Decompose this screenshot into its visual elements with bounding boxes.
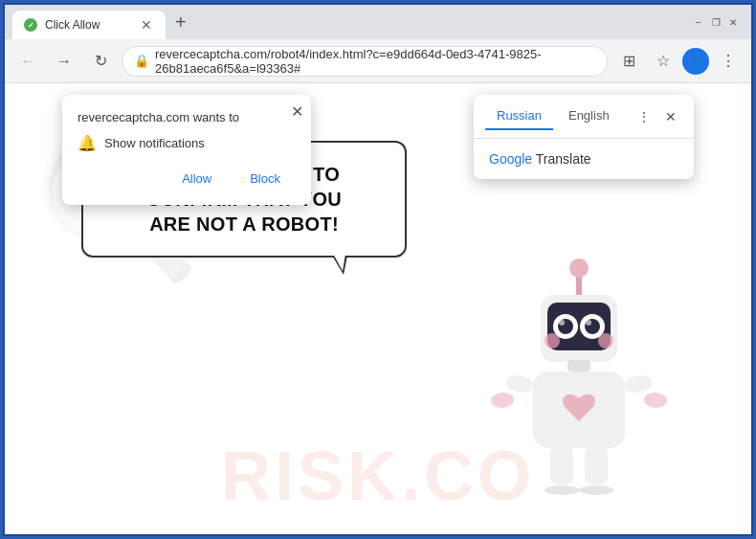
- tab-bar: ✓ Click Allow ✕ + − ❐ ✕: [5, 5, 751, 39]
- robot-svg: [483, 247, 675, 534]
- robot-illustration: [483, 247, 675, 515]
- window-controls: − ❐ ✕: [692, 15, 744, 29]
- svg-point-10: [545, 333, 560, 348]
- notification-row: 🔔 Show notifications: [78, 134, 296, 152]
- toolbar: ← → ↻ 🔒 revercecaptcha.com/robot4/index.…: [5, 39, 751, 83]
- svg-rect-19: [585, 446, 608, 484]
- svg-rect-18: [550, 446, 573, 484]
- star-icon: ☆: [656, 52, 670, 70]
- translate-service-text: Google Translate: [489, 151, 591, 167]
- address-bar[interactable]: 🔒 revercecaptcha.com/robot4/index.html?c…: [122, 46, 608, 77]
- browser-window: ✓ Click Allow ✕ + − ❐ ✕ ← → ↻ 🔒 revercec…: [3, 3, 753, 536]
- menu-icon: ⋮: [721, 52, 736, 70]
- svg-rect-12: [567, 360, 590, 371]
- bookmark-button[interactable]: ☆: [648, 46, 678, 77]
- bell-icon: 🔔: [78, 134, 97, 152]
- svg-point-20: [545, 485, 579, 495]
- minimize-button[interactable]: −: [692, 15, 705, 29]
- reload-icon: ↻: [95, 52, 107, 70]
- back-button[interactable]: ←: [12, 46, 43, 77]
- svg-point-8: [559, 320, 565, 326]
- translate-header: Russian English ⋮ ✕: [474, 95, 694, 139]
- svg-point-1: [569, 258, 589, 278]
- new-tab-button[interactable]: +: [169, 11, 192, 34]
- bubble-line2: ARE NOT A ROBOT!: [112, 212, 376, 236]
- svg-point-17: [643, 392, 667, 409]
- reload-button[interactable]: ↻: [85, 46, 116, 77]
- tab-russian[interactable]: Russian: [485, 102, 553, 130]
- translate-controls: ⋮ ✕: [633, 105, 682, 128]
- profile-icon: 👤: [688, 54, 704, 69]
- profile-button[interactable]: 👤: [682, 48, 709, 75]
- tab-english[interactable]: English: [557, 102, 621, 130]
- notification-title: revercecaptcha.com wants to: [78, 110, 296, 124]
- translate-close-button[interactable]: ✕: [659, 105, 682, 128]
- allow-button[interactable]: Allow: [167, 166, 227, 191]
- notification-close-button[interactable]: ✕: [291, 102, 303, 121]
- url-text: revercecaptcha.com/robot4/index.html?c=e…: [155, 47, 595, 76]
- close-button[interactable]: ✕: [726, 15, 740, 29]
- translate-popup: Russian English ⋮ ✕ Google Translate: [474, 95, 694, 179]
- forward-button[interactable]: →: [49, 46, 79, 77]
- translate-menu-button[interactable]: ⋮: [633, 105, 656, 128]
- extension-button[interactable]: ⊞: [613, 46, 644, 77]
- svg-rect-14: [505, 374, 534, 394]
- page-content: 🔍 RISK.CO ✕ revercecaptcha.com wants to …: [5, 83, 751, 534]
- svg-point-15: [490, 392, 514, 409]
- menu-button[interactable]: ⋮: [713, 46, 744, 77]
- notification-buttons: Allow Block: [78, 166, 296, 191]
- active-tab[interactable]: ✓ Click Allow ✕: [12, 11, 166, 39]
- notification-label: Show notifications: [104, 136, 205, 150]
- svg-point-21: [579, 485, 613, 495]
- lock-icon: 🔒: [134, 54, 149, 68]
- google-text: Google: [489, 151, 532, 167]
- svg-rect-16: [624, 374, 653, 394]
- forward-icon: →: [56, 53, 72, 70]
- toolbar-right: ⊞ ☆ 👤 ⋮: [613, 46, 744, 77]
- translate-text: Translate: [536, 151, 591, 167]
- svg-point-11: [598, 333, 613, 348]
- extension-icon: ⊞: [623, 52, 635, 70]
- translate-body: Google Translate: [474, 139, 694, 179]
- restore-button[interactable]: ❐: [709, 15, 723, 29]
- svg-point-9: [586, 320, 591, 326]
- notification-popup: ✕ revercecaptcha.com wants to 🔔 Show not…: [62, 95, 311, 205]
- tab-favicon: ✓: [24, 18, 37, 32]
- tab-close-button[interactable]: ✕: [139, 17, 154, 33]
- block-button[interactable]: Block: [234, 166, 296, 191]
- back-icon: ←: [20, 53, 35, 70]
- tab-title: Click Allow: [45, 18, 100, 32]
